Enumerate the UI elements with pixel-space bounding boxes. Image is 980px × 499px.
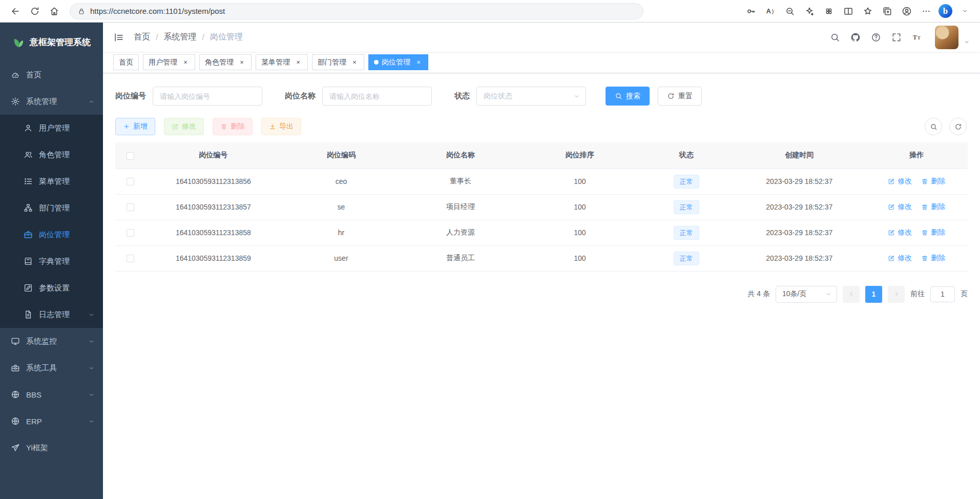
ellipsis-icon[interactable] bbox=[917, 3, 935, 20]
row-delete-button[interactable]: 删除 bbox=[921, 177, 945, 186]
goto-page-input[interactable] bbox=[930, 286, 955, 302]
delete-button[interactable]: 删除 bbox=[213, 118, 253, 135]
next-page-button[interactable] bbox=[888, 286, 905, 303]
sidebar-item-system-tools[interactable]: 系统工具 bbox=[0, 355, 103, 381]
key-icon[interactable] bbox=[742, 3, 760, 20]
sidebar-item-bbs[interactable]: BBS bbox=[0, 381, 103, 408]
row-edit-button[interactable]: 修改 bbox=[888, 202, 912, 212]
user-icon bbox=[24, 123, 33, 133]
profile-icon[interactable] bbox=[898, 3, 916, 20]
add-button[interactable]: 新增 bbox=[115, 118, 155, 135]
sidebar-item-system-mgmt[interactable]: 系统管理 bbox=[0, 88, 103, 115]
close-icon[interactable]: × bbox=[181, 58, 190, 67]
user-avatar[interactable] bbox=[935, 26, 958, 49]
row-edit-button[interactable]: 修改 bbox=[888, 254, 912, 263]
text-size-icon[interactable]: TT bbox=[908, 29, 926, 46]
zoom-out-icon[interactable] bbox=[781, 3, 799, 20]
sidebar-item-menu-mgmt[interactable]: 菜单管理 bbox=[0, 168, 103, 195]
chevron-down-icon[interactable] bbox=[964, 39, 970, 45]
trash-icon bbox=[220, 123, 227, 130]
row-delete-button[interactable]: 删除 bbox=[921, 254, 945, 263]
github-icon[interactable] bbox=[847, 29, 864, 46]
row-delete-button[interactable]: 删除 bbox=[921, 228, 945, 237]
fullscreen-icon[interactable] bbox=[888, 29, 905, 46]
cell-name: 人力资源 bbox=[401, 220, 520, 245]
help-icon[interactable] bbox=[867, 29, 885, 46]
filter-input[interactable] bbox=[153, 87, 262, 106]
row-checkbox[interactable] bbox=[127, 255, 134, 262]
edit-button[interactable]: 修改 bbox=[164, 118, 204, 135]
row-checkbox[interactable] bbox=[127, 229, 134, 237]
close-icon[interactable]: × bbox=[414, 58, 423, 67]
filter-input[interactable] bbox=[322, 87, 432, 106]
sidebar-item-param-settings[interactable]: 参数设置 bbox=[0, 275, 103, 301]
toolbar-caret-icon[interactable] bbox=[955, 3, 974, 20]
sidebar-item-label: 菜单管理 bbox=[39, 177, 70, 186]
sidebar-item-role-mgmt[interactable]: 角色管理 bbox=[0, 141, 103, 168]
sidebar-item-user-mgmt[interactable]: 用户管理 bbox=[0, 115, 103, 141]
toolbox-icon bbox=[11, 363, 20, 372]
close-icon[interactable]: × bbox=[350, 58, 359, 67]
essentials-icon[interactable] bbox=[820, 3, 838, 20]
filter-select[interactable]: 岗位状态 bbox=[476, 87, 586, 106]
search-icon[interactable] bbox=[826, 29, 844, 46]
page-unit-label: 页 bbox=[961, 289, 968, 299]
tab-post-mgmt[interactable]: 岗位管理× bbox=[368, 54, 428, 70]
status-badge: 正常 bbox=[674, 175, 699, 189]
column-header: 状态 bbox=[639, 142, 733, 169]
sidebar-item-dict-mgmt[interactable]: 字典管理 bbox=[0, 248, 103, 275]
breadcrumb-item[interactable]: 系统管理 bbox=[163, 32, 196, 43]
chevron-down-icon bbox=[88, 418, 95, 425]
search-icon bbox=[615, 92, 622, 100]
close-icon[interactable]: × bbox=[238, 58, 246, 67]
sidebar-item-dept-mgmt[interactable]: 部门管理 bbox=[0, 195, 103, 221]
sidebar-item-home[interactable]: 首页 bbox=[0, 61, 103, 88]
sidebar-item-system-monitor[interactable]: 系统监控 bbox=[0, 328, 103, 355]
status-badge: 正常 bbox=[674, 252, 699, 265]
sidebar-item-post-mgmt[interactable]: 岗位管理 bbox=[0, 221, 103, 248]
row-checkbox[interactable] bbox=[127, 203, 134, 211]
split-screen-icon[interactable] bbox=[839, 3, 858, 20]
read-aloud-icon[interactable]: A) bbox=[761, 3, 780, 20]
reset-button[interactable]: 重置 bbox=[658, 87, 702, 106]
reload-icon[interactable] bbox=[26, 3, 44, 20]
address-bar[interactable]: https://ccnetcore.com:1101/system/post bbox=[70, 3, 643, 19]
chevron-up-icon bbox=[88, 98, 95, 105]
close-icon[interactable]: × bbox=[294, 58, 302, 67]
tab-home[interactable]: 首页 bbox=[113, 54, 139, 70]
sparkle-icon[interactable] bbox=[800, 3, 819, 20]
select-all-checkbox[interactable] bbox=[127, 152, 134, 160]
search-button[interactable]: 搜索 bbox=[606, 87, 650, 106]
row-edit-button[interactable]: 修改 bbox=[888, 177, 912, 186]
collections-icon[interactable] bbox=[878, 3, 896, 20]
sidebar-item-erp[interactable]: ERP bbox=[0, 408, 103, 434]
prev-page-button[interactable] bbox=[843, 286, 860, 303]
row-edit-button[interactable]: 修改 bbox=[888, 228, 912, 237]
row-checkbox[interactable] bbox=[127, 178, 134, 185]
favorites-star-icon[interactable] bbox=[859, 3, 877, 20]
cell-sort: 100 bbox=[520, 194, 639, 220]
sidebar-item-log-mgmt[interactable]: 日志管理 bbox=[0, 301, 103, 328]
collapse-sidebar-icon[interactable] bbox=[113, 32, 124, 43]
globe-icon bbox=[11, 390, 20, 399]
site-info-lock-icon[interactable] bbox=[77, 7, 86, 15]
cell-id: 1641030593112313859 bbox=[145, 245, 281, 271]
tab-dept-mgmt[interactable]: 部门管理× bbox=[312, 54, 364, 70]
row-delete-button[interactable]: 删除 bbox=[921, 202, 945, 212]
sidebar-item-yi-framework[interactable]: Yi框架 bbox=[0, 434, 103, 461]
breadcrumb-item[interactable]: 首页 bbox=[134, 32, 150, 43]
tab-menu-mgmt[interactable]: 菜单管理× bbox=[256, 54, 308, 70]
refresh-table-button[interactable] bbox=[949, 118, 967, 135]
active-tab-dot bbox=[374, 60, 379, 65]
page-content: 岗位编号岗位名称状态岗位状态 搜索 重置 新增修改删除导出 bbox=[103, 73, 980, 499]
home-icon[interactable] bbox=[45, 3, 64, 20]
tab-role-mgmt[interactable]: 角色管理× bbox=[199, 54, 252, 70]
page-size-select[interactable]: 10条/页 bbox=[776, 286, 837, 303]
back-icon[interactable] bbox=[6, 3, 25, 20]
tab-user-mgmt[interactable]: 用户管理× bbox=[143, 54, 195, 70]
export-button[interactable]: 导出 bbox=[261, 118, 301, 135]
app-logo[interactable]: 意框架管理系统 bbox=[0, 23, 103, 61]
toggle-search-button[interactable] bbox=[925, 118, 942, 135]
page-1-button[interactable]: 1 bbox=[865, 286, 882, 303]
bing-icon[interactable]: b bbox=[939, 4, 952, 18]
